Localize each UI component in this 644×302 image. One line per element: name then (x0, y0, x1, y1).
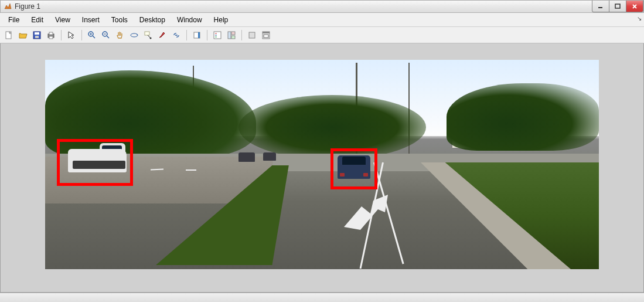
menu-file[interactable]: File (2, 14, 25, 26)
print-button[interactable] (45, 29, 57, 42)
lane-marking (186, 169, 196, 171)
svg-rect-4 (35, 32, 39, 35)
svg-point-19 (150, 37, 152, 39)
toolbar-separator (186, 30, 187, 40)
insert-legend-button[interactable] (211, 29, 224, 42)
menu-desktop[interactable]: Desktop (134, 14, 171, 26)
save-button[interactable] (30, 29, 43, 42)
show-plot-tools-button[interactable] (246, 29, 258, 42)
svg-rect-28 (231, 36, 235, 39)
matlab-icon (3, 2, 12, 11)
menu-tools[interactable]: Tools (105, 14, 134, 26)
edit-plot-button[interactable] (65, 29, 78, 42)
detection-bbox-1 (57, 139, 133, 186)
svg-rect-8 (49, 36, 53, 39)
zoom-in-button[interactable] (86, 29, 98, 42)
zoom-out-button[interactable] (100, 29, 113, 42)
title-bar: Figure 1 (0, 0, 644, 13)
toolbar-separator (241, 30, 242, 40)
toolbar-separator (61, 30, 62, 40)
status-bar (0, 293, 644, 302)
toolbar-separator (81, 30, 82, 40)
svg-rect-27 (231, 32, 235, 35)
rotate-3d-button[interactable] (128, 29, 141, 42)
close-button[interactable] (626, 1, 643, 12)
dock-figure-button[interactable] (260, 29, 272, 42)
menu-dock-icon[interactable]: ↘ (637, 15, 642, 22)
scene-vehicle (238, 152, 255, 162)
figure-axes[interactable] (45, 60, 599, 269)
toolbar (0, 27, 644, 43)
pan-button[interactable] (114, 29, 127, 42)
window-title: Figure 1 (15, 2, 40, 11)
link-button[interactable] (170, 29, 183, 42)
svg-rect-32 (264, 35, 268, 38)
toolbar-separator (207, 30, 207, 40)
window-controls (592, 1, 643, 12)
svg-rect-1 (615, 4, 620, 8)
menu-view[interactable]: View (49, 14, 76, 26)
svg-line-14 (107, 36, 109, 38)
svg-rect-21 (198, 32, 200, 38)
open-button[interactable] (16, 29, 29, 42)
menu-window[interactable]: Window (171, 14, 208, 26)
insert-colorbar-button[interactable] (190, 29, 203, 42)
menu-insert[interactable]: Insert (76, 14, 105, 26)
road-arrow-marking (332, 195, 408, 236)
scene-trees (447, 83, 599, 151)
detection-bbox-2 (330, 148, 377, 189)
svg-rect-5 (35, 36, 39, 38)
scene-vehicle (263, 152, 276, 161)
menu-help[interactable]: Help (208, 14, 234, 26)
svg-rect-31 (263, 32, 270, 33)
svg-rect-26 (228, 32, 231, 39)
hide-plot-tools-button[interactable] (225, 29, 238, 42)
maximize-button[interactable] (609, 1, 626, 12)
svg-rect-17 (145, 32, 149, 35)
brush-button[interactable] (156, 29, 169, 42)
svg-rect-29 (249, 32, 255, 38)
menu-bar: File Edit View Insert Tools Desktop Wind… (0, 13, 644, 27)
data-cursor-button[interactable] (142, 29, 155, 42)
new-figure-button[interactable] (2, 29, 15, 42)
svg-line-10 (93, 36, 95, 38)
svg-line-18 (148, 35, 150, 38)
svg-rect-7 (49, 32, 53, 35)
figure-content-area (0, 43, 644, 293)
svg-rect-22 (214, 32, 221, 39)
menu-edit[interactable]: Edit (25, 14, 49, 26)
minimize-button[interactable] (592, 1, 609, 12)
